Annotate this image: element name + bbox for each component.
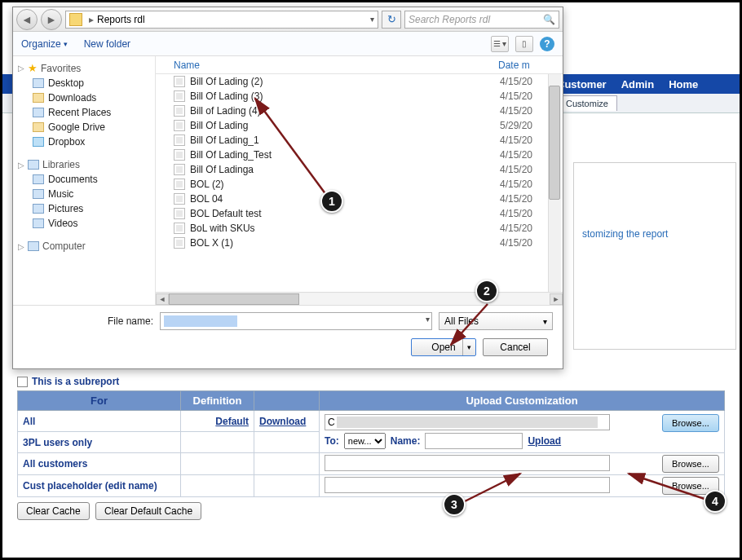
search-icon: 🔍 bbox=[543, 14, 555, 25]
file-icon bbox=[174, 120, 185, 131]
partial-text-panel: stomizing the report bbox=[573, 162, 736, 350]
header-for: For bbox=[18, 391, 181, 411]
browse-button[interactable]: Browse... bbox=[662, 414, 719, 432]
open-button[interactable]: Open▾ bbox=[411, 338, 476, 356]
search-input[interactable]: Search Reports rdl 🔍 bbox=[404, 11, 559, 29]
star-icon: ★ bbox=[28, 62, 38, 74]
nav-desktop[interactable]: Desktop bbox=[15, 76, 153, 90]
menu-home[interactable]: Home bbox=[669, 78, 698, 90]
folder-icon bbox=[69, 13, 82, 26]
nav-recent[interactable]: Recent Places bbox=[15, 105, 153, 120]
upload-link[interactable]: Upload bbox=[528, 435, 561, 447]
nav-pictures[interactable]: Pictures bbox=[15, 201, 153, 216]
back-button[interactable]: ◄ bbox=[16, 9, 38, 30]
file-row[interactable]: Bill of Lading (4)4/15/20 bbox=[156, 104, 563, 118]
file-row[interactable]: Bill Of Lading (3)4/15/20 bbox=[156, 89, 563, 104]
file-path-input[interactable]: C bbox=[325, 414, 610, 430]
filename-input[interactable]: ▾ bbox=[160, 312, 432, 330]
file-open-dialog: ◄ ► ▸ Reports rdl ▾ ↻ Search Reports rdl… bbox=[12, 7, 563, 369]
file-icon bbox=[174, 237, 185, 249]
filename-label: File name: bbox=[23, 315, 153, 327]
header-upload: Upload Customization bbox=[320, 391, 725, 411]
nav-tree[interactable]: ▷★Favorites Desktop Downloads Recent Pla… bbox=[13, 56, 156, 305]
nav-gdrive[interactable]: Google Drive bbox=[15, 120, 153, 134]
file-icon bbox=[174, 90, 185, 102]
file-row[interactable]: Bill Of Lading_14/15/20 bbox=[156, 133, 563, 148]
default-link[interactable]: Default bbox=[215, 416, 249, 427]
file-icon bbox=[174, 134, 185, 146]
file-row[interactable]: Bill Of Ladinga4/15/20 bbox=[156, 162, 563, 177]
file-row[interactable]: BOL Default test4/15/20 bbox=[156, 206, 563, 221]
browse-button-2[interactable]: Browse... bbox=[662, 455, 719, 473]
file-list[interactable]: Bill Of Lading (2)4/15/20 Bill Of Lading… bbox=[156, 74, 563, 292]
clear-default-cache-button[interactable]: Clear Default Cache bbox=[95, 502, 201, 520]
annotation-4: 4 bbox=[704, 490, 727, 513]
nav-documents[interactable]: Documents bbox=[15, 172, 153, 187]
nav-music[interactable]: Music bbox=[15, 187, 153, 201]
libraries-icon bbox=[28, 160, 39, 170]
menu-admin[interactable]: Admin bbox=[621, 78, 654, 90]
clear-cache-button[interactable]: Clear Cache bbox=[17, 502, 90, 520]
row-3pl: 3PL users only bbox=[18, 432, 181, 453]
customization-panel: This is a subreport For Definition Uploa… bbox=[17, 376, 725, 520]
file-icon bbox=[174, 223, 185, 234]
file-path-input-3[interactable] bbox=[325, 477, 610, 493]
file-icon bbox=[174, 208, 185, 219]
file-row[interactable]: BOL 044/15/20 bbox=[156, 192, 563, 206]
file-row[interactable]: Bill Of Lading_Test4/15/20 bbox=[156, 148, 563, 162]
computer-icon bbox=[28, 241, 39, 251]
header-definition: Definition bbox=[181, 391, 254, 411]
cancel-button[interactable]: Cancel bbox=[483, 338, 548, 356]
name-label: Name: bbox=[391, 435, 421, 447]
file-icon bbox=[174, 149, 185, 161]
column-date[interactable]: Date m bbox=[498, 60, 548, 71]
file-row[interactable]: BOL X (1)4/15/20 bbox=[156, 236, 563, 250]
view-mode-button[interactable]: ☰ ▾ bbox=[491, 36, 509, 52]
column-name[interactable]: Name bbox=[156, 60, 498, 71]
breadcrumb[interactable]: ▸ Reports rdl ▾ bbox=[65, 11, 378, 29]
row-allcustomers: All customers bbox=[18, 453, 181, 475]
to-select[interactable]: new... bbox=[344, 433, 386, 449]
annotation-1: 1 bbox=[320, 190, 343, 213]
file-row[interactable]: Bill Of Lading (2)4/15/20 bbox=[156, 74, 563, 89]
breadcrumb-folder: Reports rdl bbox=[97, 14, 145, 25]
file-icon bbox=[174, 105, 185, 117]
file-path-input-2[interactable] bbox=[325, 455, 610, 471]
file-icon bbox=[174, 179, 185, 190]
subreport-checkbox[interactable] bbox=[17, 377, 28, 387]
to-label: To: bbox=[325, 435, 339, 447]
organize-menu[interactable]: Organize▾ bbox=[21, 38, 68, 50]
file-row[interactable]: Bill Of Lading5/29/20 bbox=[156, 118, 563, 133]
annotation-2: 2 bbox=[475, 280, 498, 302]
annotation-3: 3 bbox=[443, 493, 466, 516]
nav-dropbox[interactable]: Dropbox bbox=[15, 134, 153, 149]
download-link[interactable]: Download bbox=[259, 416, 306, 427]
preview-pane-button[interactable]: ▯ bbox=[515, 36, 533, 52]
header-download-spacer bbox=[254, 391, 320, 411]
file-row[interactable]: BOL (2)4/15/20 bbox=[156, 177, 563, 192]
row-custplaceholder[interactable]: Cust placeholder (edit name) bbox=[18, 475, 181, 497]
new-folder-button[interactable]: New folder bbox=[84, 38, 130, 50]
file-row[interactable]: BoL with SKUs4/15/20 bbox=[156, 221, 563, 236]
menu-customer[interactable]: Customer bbox=[557, 78, 607, 90]
nav-downloads[interactable]: Downloads bbox=[15, 90, 153, 105]
file-icon bbox=[174, 76, 185, 87]
refresh-button[interactable]: ↻ bbox=[382, 11, 401, 29]
tab-customize[interactable]: Customize bbox=[557, 95, 617, 111]
vertical-scrollbar[interactable] bbox=[548, 74, 561, 292]
nav-videos[interactable]: Videos bbox=[15, 216, 153, 231]
help-icon[interactable]: ? bbox=[540, 37, 554, 51]
name-input[interactable] bbox=[425, 433, 523, 449]
file-filter[interactable]: All Files▾ bbox=[439, 312, 553, 330]
subreport-label: This is a subreport bbox=[32, 376, 119, 387]
horizontal-scrollbar[interactable]: ◄► bbox=[156, 292, 563, 305]
row-all: All bbox=[18, 411, 181, 432]
file-icon bbox=[174, 193, 185, 205]
forward-button[interactable]: ► bbox=[41, 9, 62, 30]
file-icon bbox=[174, 164, 185, 175]
